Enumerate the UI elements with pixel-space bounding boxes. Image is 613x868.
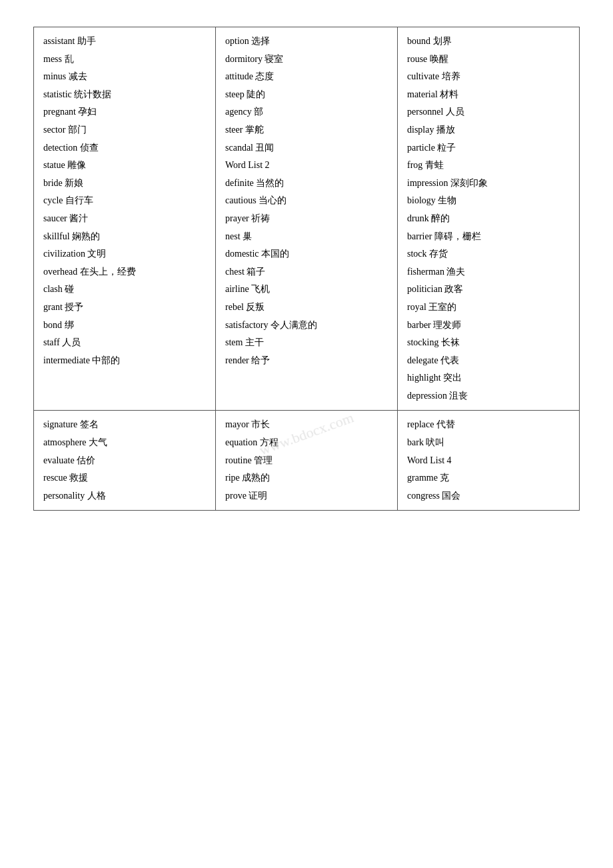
word-entry: sector 部门 <box>43 121 206 139</box>
word-entry: prayer 祈祷 <box>225 210 388 228</box>
word-entry: mayor 市长 <box>225 416 388 434</box>
cell-row0-col3: bound 划界rouse 唤醒cultivate 培养material 材料p… <box>398 27 580 411</box>
word-entry: replace 代替 <box>407 416 570 434</box>
cell-row1-col1: signature 签名atmosphere 大气evaluate 估价resc… <box>34 411 216 511</box>
word-entry: prove 证明 <box>225 487 388 505</box>
word-entry: nest 巢 <box>225 228 388 246</box>
word-entry: cycle 自行车 <box>43 192 206 210</box>
word-entry: clash 碰 <box>43 281 206 299</box>
word-entry: statistic 统计数据 <box>43 86 206 104</box>
word-entry: personnel 人员 <box>407 103 570 121</box>
word-entry: cultivate 培养 <box>407 68 570 86</box>
word-entry: definite 当然的 <box>225 175 388 193</box>
word-entry: bark 吠叫 <box>407 434 570 452</box>
word-entry: barrier 障碍，栅栏 <box>407 228 570 246</box>
word-entry: barber 理发师 <box>407 317 570 335</box>
word-entry: cautious 当心的 <box>225 192 388 210</box>
word-entry: statue 雕像 <box>43 157 206 175</box>
word-entry: gramme 克 <box>407 469 570 487</box>
word-entry: Word List 4 <box>407 452 570 470</box>
word-entry: bride 新娘 <box>43 175 206 193</box>
word-entry: stock 存货 <box>407 245 570 263</box>
word-entry: option 选择 <box>225 33 388 51</box>
word-table: assistant 助手mess 乱minus 减去statistic 统计数据… <box>33 27 580 511</box>
word-entry: atmosphere 大气 <box>43 434 206 452</box>
word-entry: overhead 在头上，经费 <box>43 263 206 281</box>
word-entry: satisfactory 令人满意的 <box>225 317 388 335</box>
word-entry: routine 管理 <box>225 452 388 470</box>
word-entry: skillful 娴熟的 <box>43 228 206 246</box>
word-entry: staff 人员 <box>43 334 206 352</box>
word-entry: equation 方程 <box>225 434 388 452</box>
word-entry: impression 深刻印象 <box>407 175 570 193</box>
word-entry: delegate 代表 <box>407 352 570 370</box>
word-entry: bond 绑 <box>43 317 206 335</box>
word-entry: frog 青蛙 <box>407 157 570 175</box>
word-entry: assistant 助手 <box>43 33 206 51</box>
word-entry: personality 人格 <box>43 487 206 505</box>
word-entry: chest 箱子 <box>225 263 388 281</box>
cell-row0-col2: option 选择dormitory 寝室attitude 态度steep 陡的… <box>216 27 398 411</box>
word-entry: evaluate 估价 <box>43 452 206 470</box>
word-entry: attitude 态度 <box>225 68 388 86</box>
word-entry: ripe 成熟的 <box>225 469 388 487</box>
word-entry: saucer 酱汁 <box>43 210 206 228</box>
word-entry: rebel 反叛 <box>225 299 388 317</box>
word-entry: detection 侦查 <box>43 139 206 157</box>
word-entry: depression 沮丧 <box>407 387 570 405</box>
word-entry: particle 粒子 <box>407 139 570 157</box>
word-entry: rouse 唤醒 <box>407 51 570 69</box>
word-entry: signature 签名 <box>43 416 206 434</box>
word-entry: intermediate 中部的 <box>43 352 206 370</box>
word-entry: congress 国会 <box>407 487 570 505</box>
word-entry: rescue 救援 <box>43 469 206 487</box>
word-entry: civilization 文明 <box>43 245 206 263</box>
cell-row1-col3: replace 代替bark 吠叫Word List 4gramme 克cong… <box>398 411 580 511</box>
word-entry: scandal 丑闻 <box>225 139 388 157</box>
word-entry: steer 掌舵 <box>225 121 388 139</box>
word-entry: grant 授予 <box>43 299 206 317</box>
word-entry: biology 生物 <box>407 192 570 210</box>
word-entry: fisherman 渔夫 <box>407 263 570 281</box>
word-entry: highlight 突出 <box>407 369 570 387</box>
word-entry: steep 陡的 <box>225 86 388 104</box>
word-entry: material 材料 <box>407 86 570 104</box>
word-entry: royal 王室的 <box>407 299 570 317</box>
word-entry: render 给予 <box>225 352 388 370</box>
word-entry: dormitory 寝室 <box>225 51 388 69</box>
word-entry: stem 主干 <box>225 334 388 352</box>
word-entry: stocking 长袜 <box>407 334 570 352</box>
word-entry: airline 飞机 <box>225 281 388 299</box>
word-entry: minus 减去 <box>43 68 206 86</box>
word-entry: mess 乱 <box>43 51 206 69</box>
word-entry: bound 划界 <box>407 33 570 51</box>
word-entry: display 播放 <box>407 121 570 139</box>
word-entry: Word List 2 <box>225 157 388 175</box>
cell-row0-col1: assistant 助手mess 乱minus 减去statistic 统计数据… <box>34 27 216 411</box>
word-entry: politician 政客 <box>407 281 570 299</box>
word-entry: agency 部 <box>225 103 388 121</box>
word-entry: domestic 本国的 <box>225 245 388 263</box>
word-entry: drunk 醉的 <box>407 210 570 228</box>
page-container: assistant 助手mess 乱minus 减去statistic 统计数据… <box>33 27 580 511</box>
word-entry: pregnant 孕妇 <box>43 103 206 121</box>
cell-row1-col2: mayor 市长equation 方程routine 管理ripe 成熟的pro… <box>216 411 398 511</box>
